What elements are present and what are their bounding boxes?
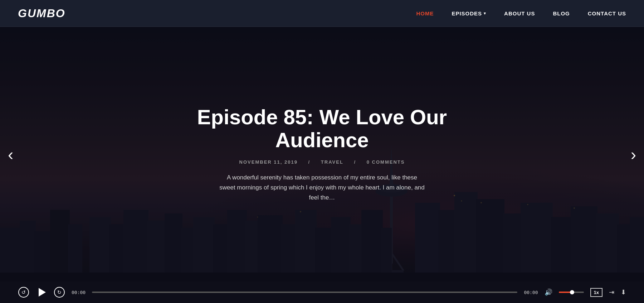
meta-divider-1: / [308, 159, 311, 165]
chevron-down-icon: ▾ [484, 11, 486, 16]
svg-marker-53 [39, 288, 46, 297]
volume-icon[interactable]: 🔊 [545, 288, 552, 296]
playback-speed-button[interactable]: 1x [590, 288, 602, 297]
episode-description: A wonderful serenity has taken possessio… [218, 173, 426, 203]
share-icon[interactable]: ⇥ [609, 288, 614, 296]
total-time: 00:00 [524, 290, 538, 295]
volume-knob[interactable] [570, 290, 574, 294]
meta-divider-2: / [354, 159, 356, 165]
current-time: 00:00 [72, 290, 86, 295]
nav-episodes[interactable]: EPISODES ▾ [452, 10, 486, 16]
download-icon[interactable]: ⬇ [621, 288, 626, 296]
site-logo[interactable]: GUMBO [18, 7, 65, 20]
play-icon [36, 287, 47, 298]
svg-text:↺: ↺ [21, 289, 26, 295]
episode-comments: 0 COMMENTS [367, 159, 405, 165]
play-button[interactable] [36, 287, 47, 298]
episode-category: TRAVEL [321, 159, 343, 165]
progress-bar[interactable] [92, 292, 517, 293]
nav-contact[interactable]: CONTACT US [588, 10, 626, 16]
header: GUMBO HOME EPISODES ▾ ABOUT US BLOG CONT… [0, 0, 644, 27]
svg-text:↻: ↻ [57, 289, 62, 295]
hero-content: Episode 85: We Love Our Audience NOVEMBE… [179, 106, 465, 203]
episode-date: NOVEMBER 11, 2019 [239, 159, 298, 165]
nav-about[interactable]: ABOUT US [504, 10, 535, 16]
rewind-button[interactable]: ↺ [18, 287, 29, 298]
main-nav: HOME EPISODES ▾ ABOUT US BLOG CONTACT US [416, 10, 626, 16]
prev-slide-button[interactable]: ‹ [8, 145, 13, 164]
episode-title: Episode 85: We Love Our Audience [193, 106, 451, 152]
nav-blog[interactable]: BLOG [553, 10, 570, 16]
episode-meta: NOVEMBER 11, 2019 / TRAVEL / 0 COMMENTS [193, 159, 451, 165]
nav-home[interactable]: HOME [416, 10, 434, 16]
rewind-icon: ↺ [18, 287, 29, 298]
forward-icon: ↻ [54, 287, 65, 298]
forward-button[interactable]: ↻ [54, 287, 65, 298]
hero-section: ‹ Episode 85: We Love Our Audience NOVEM… [0, 27, 644, 303]
next-slide-button[interactable]: › [631, 145, 636, 164]
volume-bar[interactable] [559, 292, 584, 293]
audio-player: ↺ ↻ 00:00 00:00 🔊 [0, 282, 644, 303]
